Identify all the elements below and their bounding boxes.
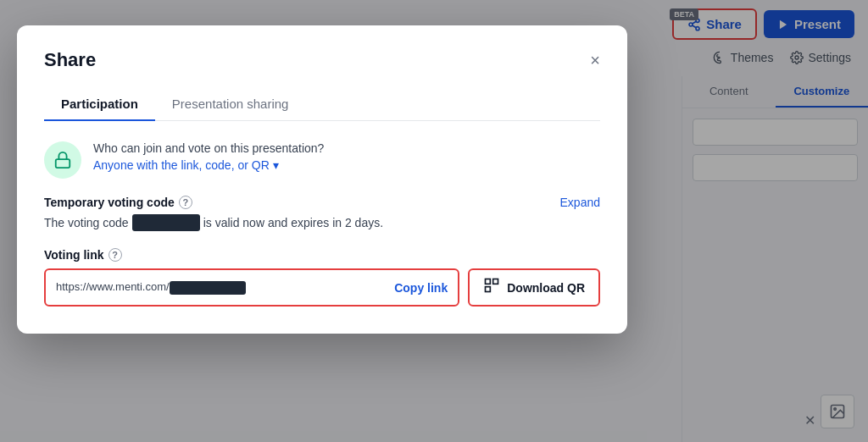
access-value: Anyone with the link, code, or QR xyxy=(93,158,270,172)
voting-code-text: The voting code is valid now and expires… xyxy=(44,214,600,231)
voting-code-help-icon[interactable]: ? xyxy=(179,196,192,209)
download-qr-label: Download QR xyxy=(507,281,585,295)
svg-rect-12 xyxy=(486,287,491,292)
voting-link-url: https://www.menti.com/ xyxy=(56,280,387,295)
modal-title: Share xyxy=(44,49,96,71)
modal-close-button[interactable]: × xyxy=(590,52,600,69)
svg-rect-10 xyxy=(486,279,491,285)
tab-presentation-sharing-label: Presentation sharing xyxy=(172,97,289,111)
voting-code-header: Temporary voting code ? Expand xyxy=(44,196,600,209)
voting-link-input-box: https://www.menti.com/ Copy link xyxy=(44,268,459,307)
access-section: Who can join and vote on this presentati… xyxy=(44,141,600,179)
download-qr-button[interactable]: Download QR xyxy=(468,268,600,307)
share-modal: Share × Participation Presentation shari… xyxy=(17,25,627,334)
expand-link[interactable]: Expand xyxy=(560,196,600,209)
modal-header: Share × xyxy=(44,49,600,71)
tab-presentation-sharing[interactable]: Presentation sharing xyxy=(155,88,306,121)
access-text-block: Who can join and vote on this presentati… xyxy=(93,141,324,172)
voting-code-label-text: Temporary voting code xyxy=(44,196,175,209)
lock-icon xyxy=(53,151,72,169)
access-question: Who can join and vote on this presentati… xyxy=(93,141,324,155)
voting-link-label: Voting link ? xyxy=(44,248,122,262)
tab-participation[interactable]: Participation xyxy=(44,88,155,121)
voting-link-url-prefix: https://www.menti.com/ xyxy=(56,280,170,293)
voting-code-before: The voting code xyxy=(44,216,129,229)
voting-link-section: Voting link ? https://www.menti.com/ Cop… xyxy=(44,248,600,307)
qr-code-icon xyxy=(483,277,500,294)
link-row: https://www.menti.com/ Copy link xyxy=(44,268,600,307)
voting-code-redacted xyxy=(132,214,200,231)
voting-code-after: is valid now and expires in 2 days. xyxy=(203,216,383,229)
lock-icon-circle xyxy=(44,141,81,179)
qr-icon xyxy=(483,277,500,298)
voting-code-section: Temporary voting code ? Expand The votin… xyxy=(44,196,600,231)
voting-link-label-text: Voting link xyxy=(44,248,104,262)
voting-link-help-icon[interactable]: ? xyxy=(108,248,122,262)
tab-participation-label: Participation xyxy=(61,97,138,111)
copy-link-button[interactable]: Copy link xyxy=(394,281,448,295)
voting-code-label: Temporary voting code ? xyxy=(44,196,192,209)
access-dropdown[interactable]: Anyone with the link, code, or QR ▾ xyxy=(93,158,324,172)
svg-rect-11 xyxy=(493,279,498,285)
svg-rect-9 xyxy=(56,159,70,168)
voting-link-url-redacted xyxy=(170,281,246,295)
chevron-down-icon: ▾ xyxy=(273,158,279,172)
voting-link-header: Voting link ? xyxy=(44,248,600,262)
modal-tabs: Participation Presentation sharing xyxy=(44,88,600,121)
